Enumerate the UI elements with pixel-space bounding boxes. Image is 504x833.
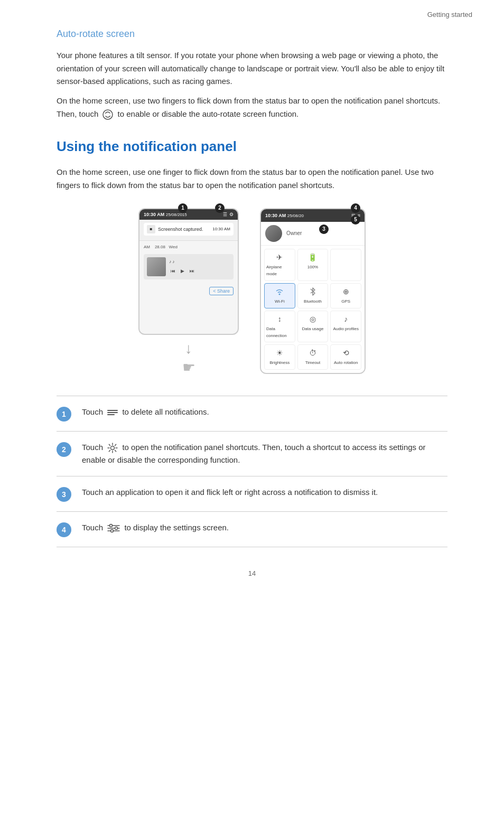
svg-point-9 xyxy=(110,525,113,527)
phone-left-icons: ☰ ⚙ xyxy=(223,211,234,218)
gesture-area: ↓ ☛ xyxy=(138,337,239,380)
step-badge-3: 3 xyxy=(57,487,71,502)
owner-label: Owner xyxy=(286,229,302,238)
audio-label: Audio profiles xyxy=(333,326,358,333)
phone-am-label: AM 28.08 Wed xyxy=(144,244,234,251)
svg-point-10 xyxy=(115,527,118,530)
step2-text-before: Touch xyxy=(82,443,105,452)
autorotate-paragraph1: Your phone features a tilt sensor. If yo… xyxy=(57,49,447,88)
autorotate-label: Auto rotation xyxy=(334,360,358,367)
airplane-icon: ✈ xyxy=(274,252,285,263)
page-number: 14 xyxy=(57,568,447,579)
instruction-row-4: 4 Touch to display the settings screen. xyxy=(57,512,447,547)
shortcut-data-usage: ◎ Data usage xyxy=(297,311,329,343)
svg-point-5 xyxy=(111,446,115,450)
audio-icon: ♪ xyxy=(341,314,351,324)
instruction-text-2: Touch to open the notification panel sho… xyxy=(82,441,447,466)
step3-text: Touch an application to open it and flic… xyxy=(82,488,378,497)
next-btn: ⏭ xyxy=(188,267,195,275)
callout-2: 2 xyxy=(215,201,225,213)
phone-right-status-bar: 10:30 AM 25/08/20 ⊞ ≡ xyxy=(261,209,365,222)
phone-notification-area: ■ Screenshot captured. 10:30 AM xyxy=(139,220,238,241)
timeout-label: Timeout xyxy=(305,360,321,367)
notification-section-title: Using the notification panel xyxy=(57,136,447,158)
notification-paragraph1: On the home screen, use one finger to fl… xyxy=(57,166,447,192)
shortcut-data: ↕ Data connection xyxy=(264,311,295,343)
phone-right: 10:30 AM 25/08/20 ⊞ ≡ Owner xyxy=(260,208,366,375)
player-thumb xyxy=(147,257,166,276)
step4-text-after: to display the settings screen. xyxy=(124,523,229,532)
data-connection-icon: ↕ xyxy=(274,314,285,324)
step-badge-1: 1 xyxy=(57,407,71,422)
wifi-label: Wi-Fi xyxy=(275,298,285,305)
instruction-section: 1 Touch to delete all notifications. 2 xyxy=(57,396,447,547)
shortcut-bluetooth: Bluetooth xyxy=(297,283,329,308)
airplane-label: Airplane mode xyxy=(266,264,293,278)
settings-gear-icon xyxy=(107,442,118,454)
shortcut-wifi: Wi-Fi xyxy=(264,283,295,308)
shortcuts-grid: ✈ Airplane mode 🔋 100% xyxy=(261,246,365,373)
svg-point-1 xyxy=(279,294,281,295)
shortcut-brightness: ☀ Brightness xyxy=(264,344,295,370)
brightness-icon: ☀ xyxy=(274,348,285,358)
phone-right-wrapper: 4 5 3 10:30 AM 25/08/20 ⊞ xyxy=(260,208,366,380)
brightness-label: Brightness xyxy=(269,360,290,367)
callout-3: 3 xyxy=(319,222,329,235)
instruction-row-3: 3 Touch an application to open it and fl… xyxy=(57,476,447,512)
rotate-icon xyxy=(102,109,114,120)
list-clear-icon xyxy=(107,408,118,417)
settings-sliders-icon xyxy=(107,523,120,533)
page-header-label: Getting started xyxy=(427,10,472,21)
autorotate-title: Auto-rotate screen xyxy=(57,26,447,42)
bluetooth-label: Bluetooth xyxy=(304,298,322,305)
shortcut-empty1 xyxy=(330,249,361,281)
instruction-text-1: Touch to delete all notifications. xyxy=(82,406,447,418)
wifi-svg xyxy=(275,287,284,296)
bluetooth-icon xyxy=(307,286,318,297)
share-btn: < Share xyxy=(209,287,234,295)
wifi-icon xyxy=(274,286,285,297)
step4-text-before: Touch xyxy=(82,523,105,532)
battery-label: 100% xyxy=(307,264,318,271)
phone-left: 10:30 AM 25/08/2015 ☰ ⚙ ■ Screenshot xyxy=(138,208,239,335)
shortcut-battery: 🔋 100% xyxy=(297,249,329,281)
timeout-icon: ⏱ xyxy=(307,348,318,358)
step-badge-2: 2 xyxy=(57,442,71,457)
shortcut-airplane: ✈ Airplane mode xyxy=(264,249,295,281)
callout-4: 4 xyxy=(351,201,360,213)
step2-text-after: to open the notification panel shortcuts… xyxy=(82,443,426,464)
shortcut-gps: ⊕ GPS xyxy=(330,283,361,308)
instruction-text-3: Touch an application to open it and flic… xyxy=(82,486,447,499)
callout-1: 1 xyxy=(178,201,188,213)
data-usage-label: Data usage xyxy=(302,326,324,333)
step-badge-4: 4 xyxy=(57,522,71,537)
svg-point-11 xyxy=(111,530,114,532)
battery-icon: 🔋 xyxy=(307,252,318,263)
callout-5: 5 xyxy=(351,212,360,225)
phone-left-content: AM 28.08 Wed ♪ ♪ ⏮ ▶ ⏭ xyxy=(139,241,238,299)
data-connection-label: Data connection xyxy=(266,326,293,340)
svg-point-0 xyxy=(103,110,113,119)
autorotate-paragraph2: On the home screen, use two fingers to f… xyxy=(57,95,447,121)
data-usage-icon: ◎ xyxy=(307,314,318,324)
notification-section: Using the notification panel On the home… xyxy=(57,136,447,548)
step1-text-before: Touch xyxy=(82,407,105,416)
notif-text: Screenshot captured. xyxy=(158,226,203,233)
shortcut-audio: ♪ Audio profiles xyxy=(330,311,361,343)
shortcut-timeout: ⏱ Timeout xyxy=(297,344,329,370)
shortcut-autorotate: ⟲ Auto rotation xyxy=(330,344,361,370)
notif-icon: ■ xyxy=(147,225,155,233)
instruction-row-1: 1 Touch to delete all notifications. xyxy=(57,396,447,432)
hand-icon: ↓ xyxy=(138,337,239,361)
prev-btn: ⏮ xyxy=(169,267,176,275)
owner-area: Owner xyxy=(261,222,365,246)
share-area: < Share xyxy=(144,284,234,296)
gps-icon: ⊕ xyxy=(341,286,351,297)
player-info: ♪ ♪ ⏮ ▶ ⏭ xyxy=(169,259,230,275)
owner-avatar xyxy=(265,225,282,242)
play-btn: ▶ xyxy=(179,267,186,275)
media-player: ♪ ♪ ⏮ ▶ ⏭ xyxy=(144,254,234,279)
player-controls: ⏮ ▶ ⏭ xyxy=(169,267,230,275)
instruction-row-2: 2 Touch to open the notification panel s… xyxy=(57,432,447,476)
instruction-text-4: Touch to display the settings screen. xyxy=(82,521,447,534)
